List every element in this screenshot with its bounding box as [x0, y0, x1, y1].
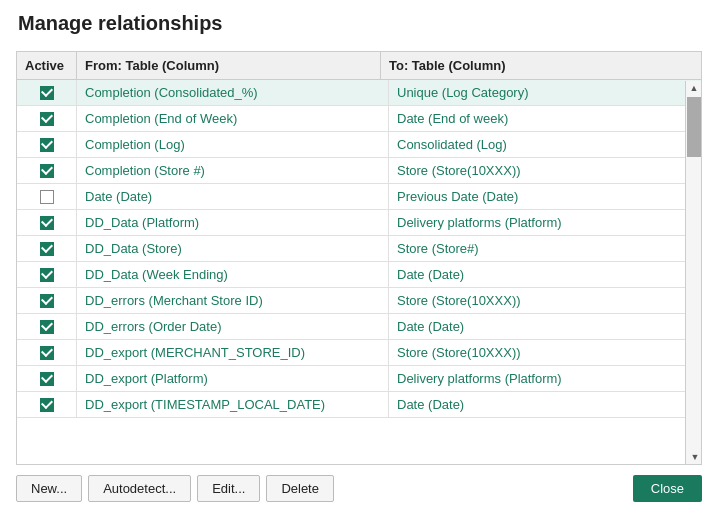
active-cell[interactable] [17, 106, 77, 131]
table-header: Active From: Table (Column) To: Table (C… [17, 52, 701, 80]
delete-button[interactable]: Delete [266, 475, 334, 502]
checkbox[interactable] [40, 398, 54, 412]
active-cell[interactable] [17, 80, 77, 105]
from-cell: DD_Data (Platform) [77, 210, 389, 235]
to-cell: Store (Store(10XXX)) [389, 340, 701, 365]
active-cell[interactable] [17, 366, 77, 391]
table-row: DD_export (MERCHANT_STORE_ID)Store (Stor… [17, 340, 701, 366]
checkbox[interactable] [40, 320, 54, 334]
to-link[interactable]: Previous Date (Date) [397, 189, 518, 204]
to-cell: Store (Store(10XXX)) [389, 158, 701, 183]
active-cell[interactable] [17, 314, 77, 339]
new-button[interactable]: New... [16, 475, 82, 502]
relationships-table-container: Active From: Table (Column) To: Table (C… [16, 51, 702, 465]
active-cell[interactable] [17, 184, 77, 209]
manage-relationships-dialog: Manage relationships Active From: Table … [0, 0, 718, 514]
scroll-up-button[interactable]: ▲ [687, 81, 701, 95]
checkbox[interactable] [40, 372, 54, 386]
from-cell: DD_export (Platform) [77, 366, 389, 391]
to-link[interactable]: Date (Date) [397, 397, 464, 412]
active-cell[interactable] [17, 340, 77, 365]
to-link[interactable]: Date (Date) [397, 319, 464, 334]
active-cell[interactable] [17, 132, 77, 157]
checkbox[interactable] [40, 164, 54, 178]
table-row: Completion (Log)Consolidated (Log) [17, 132, 701, 158]
checkbox[interactable] [40, 216, 54, 230]
to-link[interactable]: Unique (Log Category) [397, 85, 529, 100]
autodetect-button[interactable]: Autodetect... [88, 475, 191, 502]
to-link[interactable]: Delivery platforms (Platform) [397, 371, 562, 386]
from-link[interactable]: DD_Data (Store) [85, 241, 182, 256]
to-cell: Date (Date) [389, 314, 701, 339]
to-link[interactable]: Consolidated (Log) [397, 137, 507, 152]
from-cell: DD_Data (Week Ending) [77, 262, 389, 287]
from-cell: Date (Date) [77, 184, 389, 209]
checkbox[interactable] [40, 112, 54, 126]
from-link[interactable]: DD_Data (Week Ending) [85, 267, 228, 282]
scroll-down-button[interactable]: ▼ [688, 450, 701, 464]
bottom-bar: New... Autodetect... Edit... Delete Clos… [16, 475, 702, 502]
from-cell: Completion (Consolidated_%) [77, 80, 389, 105]
from-cell: Completion (Log) [77, 132, 389, 157]
checkbox[interactable] [40, 242, 54, 256]
to-cell: Store (Store(10XXX)) [389, 288, 701, 313]
from-cell: DD_Data (Store) [77, 236, 389, 261]
checkbox[interactable] [40, 346, 54, 360]
checkbox[interactable] [40, 190, 54, 204]
to-cell: Date (Date) [389, 392, 701, 417]
to-link[interactable]: Date (Date) [397, 267, 464, 282]
table-row: DD_Data (Week Ending)Date (Date) [17, 262, 701, 288]
from-link[interactable]: Completion (End of Week) [85, 111, 237, 126]
to-link[interactable]: Delivery platforms (Platform) [397, 215, 562, 230]
table-row: DD_errors (Merchant Store ID)Store (Stor… [17, 288, 701, 314]
checkbox[interactable] [40, 138, 54, 152]
from-link[interactable]: DD_export (TIMESTAMP_LOCAL_DATE) [85, 397, 325, 412]
page-title: Manage relationships [16, 12, 702, 35]
to-link[interactable]: Store (Store(10XXX)) [397, 293, 521, 308]
table-row: DD_errors (Order Date)Date (Date) [17, 314, 701, 340]
from-cell: Completion (Store #) [77, 158, 389, 183]
from-cell: DD_errors (Merchant Store ID) [77, 288, 389, 313]
active-cell[interactable] [17, 158, 77, 183]
to-cell: Previous Date (Date) [389, 184, 701, 209]
from-link[interactable]: Date (Date) [85, 189, 152, 204]
checkbox[interactable] [40, 86, 54, 100]
checkbox[interactable] [40, 294, 54, 308]
from-link[interactable]: DD_export (Platform) [85, 371, 208, 386]
from-cell: DD_export (MERCHANT_STORE_ID) [77, 340, 389, 365]
from-link[interactable]: Completion (Consolidated_%) [85, 85, 258, 100]
to-cell: Unique (Log Category) [389, 80, 701, 105]
to-cell: Delivery platforms (Platform) [389, 366, 701, 391]
checkbox[interactable] [40, 268, 54, 282]
from-link[interactable]: DD_Data (Platform) [85, 215, 199, 230]
to-link[interactable]: Store (Store(10XXX)) [397, 345, 521, 360]
to-link[interactable]: Date (End of week) [397, 111, 508, 126]
from-link[interactable]: DD_errors (Merchant Store ID) [85, 293, 263, 308]
active-cell[interactable] [17, 236, 77, 261]
from-cell: Completion (End of Week) [77, 106, 389, 131]
header-from: From: Table (Column) [77, 52, 381, 79]
from-cell: DD_export (TIMESTAMP_LOCAL_DATE) [77, 392, 389, 417]
to-link[interactable]: Store (Store#) [397, 241, 479, 256]
action-buttons: New... Autodetect... Edit... Delete [16, 475, 334, 502]
from-link[interactable]: DD_export (MERCHANT_STORE_ID) [85, 345, 305, 360]
active-cell[interactable] [17, 288, 77, 313]
active-cell[interactable] [17, 262, 77, 287]
active-cell[interactable] [17, 210, 77, 235]
table-row: DD_export (TIMESTAMP_LOCAL_DATE)Date (Da… [17, 392, 701, 418]
from-link[interactable]: DD_errors (Order Date) [85, 319, 222, 334]
scrollbar-thumb[interactable] [687, 97, 701, 157]
from-link[interactable]: Completion (Log) [85, 137, 185, 152]
edit-button[interactable]: Edit... [197, 475, 260, 502]
table-row: Date (Date)Previous Date (Date) [17, 184, 701, 210]
header-to: To: Table (Column) [381, 52, 685, 79]
to-cell: Store (Store#) [389, 236, 701, 261]
to-cell: Delivery platforms (Platform) [389, 210, 701, 235]
table-row: DD_Data (Platform)Delivery platforms (Pl… [17, 210, 701, 236]
active-cell[interactable] [17, 392, 77, 417]
to-cell: Date (Date) [389, 262, 701, 287]
to-cell: Date (End of week) [389, 106, 701, 131]
to-link[interactable]: Store (Store(10XXX)) [397, 163, 521, 178]
close-button[interactable]: Close [633, 475, 702, 502]
from-link[interactable]: Completion (Store #) [85, 163, 205, 178]
